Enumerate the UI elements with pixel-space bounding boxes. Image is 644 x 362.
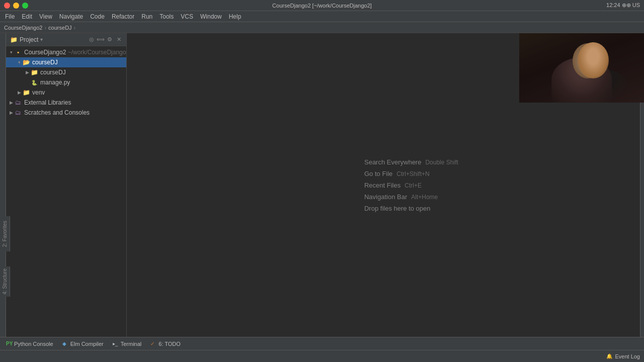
main-layout: 📁 Project ▾ ◎ ⟺ ⚙ ✕ ▾ ▪ CourseDjango2 ~/… (0, 33, 644, 337)
tab-elm-label: Elm Compiler (70, 341, 104, 347)
tab-python-label: Python Console (14, 341, 53, 347)
folder-open-icon: 📂 (22, 58, 30, 66)
sidebar-header-icons: ◎ ⟺ ⚙ ✕ (88, 36, 122, 43)
project-tree: ▾ ▪ CourseDjango2 ~/work/CourseDjango2 ▾… (6, 46, 126, 337)
expand-arrow-icon: ▶ (24, 69, 30, 75)
breadcrumb: CourseDjango2 › courseDJ › (0, 22, 644, 33)
person-head (578, 42, 609, 78)
close-button[interactable] (4, 3, 10, 9)
structure-side-tab[interactable]: 4: Structure (0, 266, 10, 297)
menu-bar: File Edit View Navigate Code Refactor Ru… (0, 11, 644, 22)
event-log-label: Event Log (615, 353, 640, 359)
project-sidebar: 📁 Project ▾ ◎ ⟺ ⚙ ✕ ▾ ▪ CourseDjango2 ~/… (6, 33, 127, 337)
hint-drop-files: Drop files here to open (364, 205, 458, 212)
python-file-icon: 🐍 (30, 78, 38, 86)
event-log-status[interactable]: 🔔 Event Log (606, 353, 640, 360)
expand-arrow-icon: ▶ (16, 89, 22, 96)
hint-recent-files: Recent Files Ctrl+E (364, 182, 458, 189)
settings-icon[interactable]: ⚙ (106, 36, 113, 43)
hint-drop-label: Drop files here to open (364, 205, 431, 212)
window-title: CourseDjango2 [~/work/CourseDjango2] (272, 3, 372, 9)
tab-elm-compiler[interactable]: ◆ Elm Compiler (58, 338, 108, 349)
module-folder-icon: 📁 (30, 68, 38, 76)
locate-icon[interactable]: ◎ (88, 36, 95, 43)
expand-arrow-icon: ▶ (8, 110, 14, 116)
minimize-button[interactable] (13, 3, 19, 9)
tree-item-venv[interactable]: ▶ 📁 venv (6, 87, 126, 98)
tree-item-ext-libs-label: External Libraries (24, 99, 71, 106)
bottom-tab-bar: PY Python Console ◆ Elm Compiler ▸_ Term… (0, 337, 644, 350)
hint-search-shortcut: Double Shift (425, 158, 458, 165)
hint-search-label: Search Everywhere (364, 158, 421, 166)
dropdown-arrow-icon: ▾ (40, 37, 43, 42)
time-display: 12:24 ⊕⊕ US (606, 2, 640, 9)
breadcrumb-current[interactable]: courseDJ (48, 25, 71, 31)
tree-item-manage-label: manage.py (40, 79, 70, 86)
menu-view[interactable]: View (36, 12, 55, 21)
tree-item-scratches[interactable]: ▶ 🗂 Scratches and Consoles (6, 108, 126, 118)
favorites-side-tab[interactable]: 2: Favorites (0, 216, 10, 251)
tab-terminal[interactable]: ▸_ Terminal (109, 338, 146, 349)
expand-arrow-icon: ▾ (8, 49, 14, 55)
tree-item-coursedj[interactable]: ▾ 📂 courseDJ (6, 57, 126, 67)
tab-todo[interactable]: ✓ 6: TODO (146, 338, 185, 349)
status-bar: 🔔 Event Log (0, 350, 644, 362)
expand-icon[interactable]: ⟺ (97, 36, 104, 43)
root-folder-icon: ▪ (14, 48, 22, 56)
tree-item-root[interactable]: ▾ ▪ CourseDjango2 ~/work/CourseDjango2 (6, 47, 126, 57)
expand-arrow-icon: ▾ (16, 59, 22, 65)
tree-item-external-libs[interactable]: ▶ 🗂 External Libraries (6, 98, 126, 108)
venv-folder-icon: 📁 (22, 88, 30, 97)
close-sidebar-icon[interactable]: ✕ (115, 36, 122, 43)
event-log-icon: 🔔 (606, 353, 613, 360)
elm-tab-icon: ◆ (62, 341, 68, 347)
expand-arrow-icon: ▶ (8, 100, 14, 106)
tree-item-scratches-label: Scratches and Consoles (24, 109, 90, 116)
ext-lib-icon: 🗂 (14, 99, 22, 107)
menu-tools[interactable]: Tools (156, 12, 177, 21)
tree-item-coursedj-module[interactable]: ▶ 📁 courseDJ (6, 67, 126, 77)
menu-code[interactable]: Code (87, 12, 108, 21)
tab-terminal-label: Terminal (121, 341, 142, 347)
menu-edit[interactable]: Edit (19, 12, 35, 21)
no-arrow (24, 79, 30, 85)
project-dropdown[interactable]: 📁 Project ▾ (10, 36, 43, 43)
tree-item-module-label: courseDJ (40, 69, 66, 76)
status-right-items: 🔔 Event Log (606, 353, 640, 360)
menu-run[interactable]: Run (138, 12, 155, 21)
scratch-icon: 🗂 (14, 109, 22, 117)
hint-goto-file: Go to File Ctrl+Shift+N (364, 170, 458, 177)
menu-file[interactable]: File (2, 12, 18, 21)
sidebar-header: 📁 Project ▾ ◎ ⟺ ⚙ ✕ (6, 33, 126, 46)
window-controls (4, 3, 28, 9)
tree-item-root-label: CourseDjango2 ~/work/CourseDjango2 (24, 49, 126, 56)
structure-label: 4: Structure (1, 266, 9, 297)
hint-nav-shortcut: Alt+Home (411, 193, 438, 200)
menu-window[interactable]: Window (197, 12, 225, 21)
tree-item-coursedj-label: courseDJ (32, 59, 58, 66)
breadcrumb-root[interactable]: CourseDjango2 (4, 25, 42, 31)
title-bar: CourseDjango2 [~/work/CourseDjango2] 12:… (0, 0, 644, 11)
terminal-tab-icon: ▸_ (113, 341, 119, 347)
menu-refactor[interactable]: Refactor (109, 12, 137, 21)
webcam-feed (519, 33, 644, 103)
tab-todo-label: 6: TODO (158, 341, 181, 347)
tab-python-console[interactable]: PY Python Console (2, 338, 57, 349)
hint-nav-label: Navigation Bar (364, 193, 407, 201)
python-tab-icon: PY (6, 341, 12, 347)
hint-goto-label: Go to File (364, 170, 392, 177)
project-label-text: Project (20, 36, 38, 43)
maximize-button[interactable] (22, 3, 28, 9)
hint-recent-label: Recent Files (364, 182, 400, 189)
todo-tab-icon: ✓ (150, 341, 156, 347)
menu-help[interactable]: Help (226, 12, 245, 21)
hint-recent-shortcut: Ctrl+E (405, 182, 422, 189)
webcam-overlay (519, 33, 644, 103)
tree-item-manage-py[interactable]: 🐍 manage.py (6, 77, 126, 87)
hint-goto-shortcut: Ctrl+Shift+N (396, 170, 429, 177)
editor-hints: Search Everywhere Double Shift Go to Fil… (364, 158, 458, 212)
menu-navigate[interactable]: Navigate (56, 12, 86, 21)
folder-icon: 📁 (10, 36, 18, 43)
menu-vcs[interactable]: VCS (178, 12, 196, 21)
hint-nav-bar: Navigation Bar Alt+Home (364, 193, 458, 201)
